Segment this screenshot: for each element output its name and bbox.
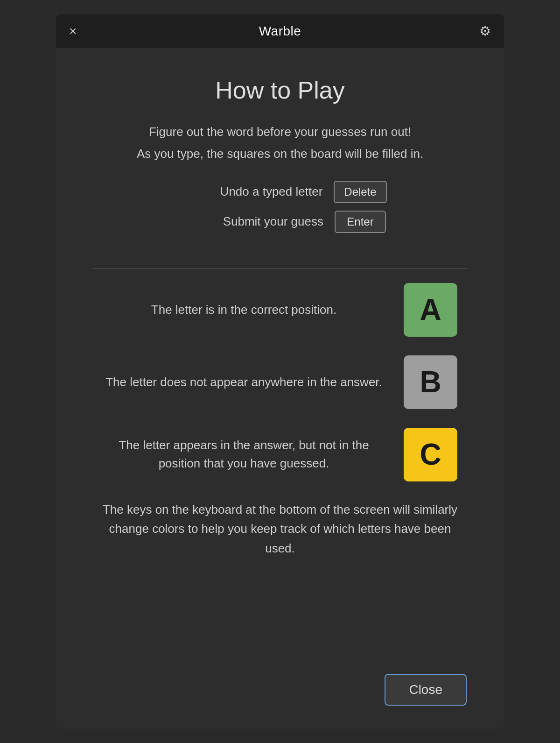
enter-key: Enter — [335, 211, 386, 233]
settings-icon[interactable]: ⚙ — [479, 23, 491, 39]
close-button[interactable]: Close — [385, 674, 467, 706]
submit-label: Submit your guess — [174, 214, 323, 229]
main-content: How to Play Figure out the word before y… — [56, 48, 504, 729]
titlebar: × Warble ⚙ — [56, 14, 504, 48]
submit-instruction-row: Submit your guess Enter — [93, 211, 467, 233]
color-examples: The letter is in the correct position. A… — [93, 283, 467, 481]
app-window: × Warble ⚙ How to Play Figure out the wo… — [56, 14, 504, 729]
page-title: How to Play — [215, 76, 344, 104]
example-row-gray: The letter does not appear anywhere in t… — [93, 355, 467, 409]
example-text-green: The letter is in the correct position. — [103, 301, 385, 319]
close-icon[interactable]: × — [69, 25, 77, 38]
example-text-yellow: The letter appears in the answer, but no… — [103, 436, 385, 473]
close-button-row: Close — [93, 674, 467, 706]
undo-label: Undo a typed letter — [173, 184, 322, 199]
delete-key: Delete — [334, 181, 386, 203]
example-row-yellow: The letter appears in the answer, but no… — [93, 428, 467, 481]
description-line2: As you type, the squares on the board wi… — [137, 145, 423, 163]
app-title: Warble — [259, 24, 301, 39]
tile-yellow: C — [404, 428, 457, 481]
undo-instruction-row: Undo a typed letter Delete — [93, 181, 467, 203]
instructions-grid: Undo a typed letter Delete Submit your g… — [93, 181, 467, 241]
description-line1: Figure out the word before your guesses … — [149, 123, 411, 141]
example-row-green: The letter is in the correct position. A — [93, 283, 467, 337]
tile-gray: B — [404, 355, 457, 409]
example-text-gray: The letter does not appear anywhere in t… — [103, 373, 385, 391]
divider — [93, 269, 467, 269]
keyboard-note: The keys on the keyboard at the bottom o… — [93, 500, 467, 559]
tile-green: A — [404, 283, 457, 337]
